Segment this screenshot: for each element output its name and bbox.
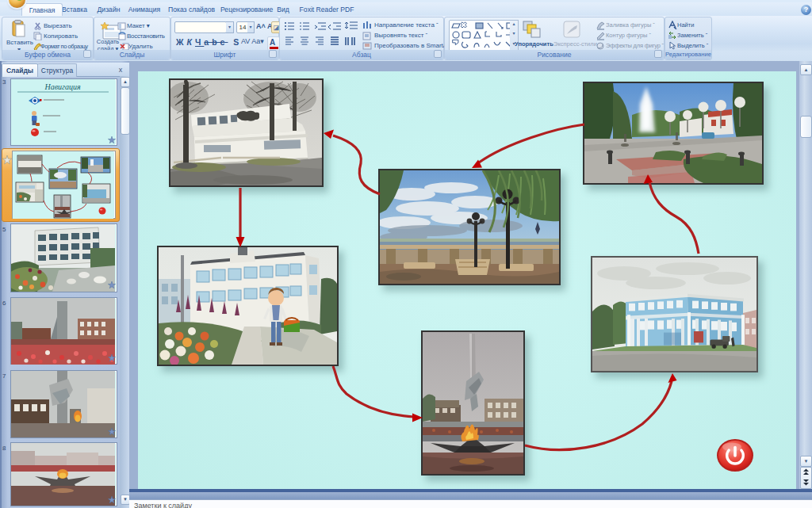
svg-text:Навигация: Навигация: [44, 82, 80, 91]
